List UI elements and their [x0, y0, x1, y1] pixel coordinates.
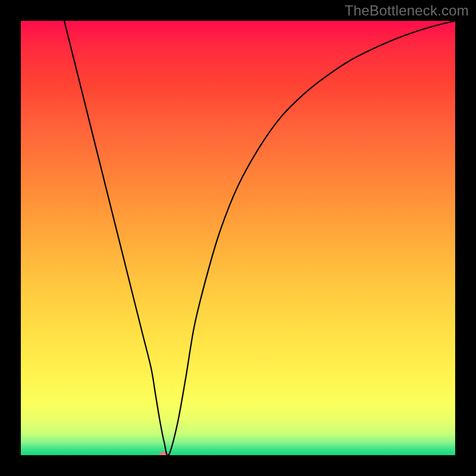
curve-svg: [21, 21, 455, 455]
chart-frame: TheBottleneck.com: [0, 0, 476, 476]
watermark-text: TheBottleneck.com: [345, 2, 469, 19]
v-curve: [64, 21, 455, 455]
minimum-marker: [159, 452, 170, 455]
plot-area: [21, 21, 455, 455]
